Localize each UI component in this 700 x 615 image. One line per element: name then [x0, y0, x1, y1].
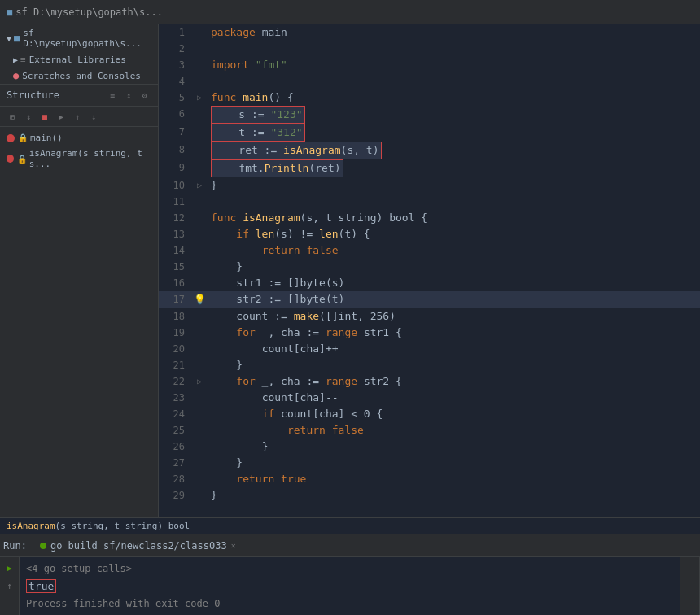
line-content: t := "312" [208, 124, 700, 142]
warning-icon: 💡 [194, 294, 206, 305]
run-scroll-up-btn[interactable]: ↑ [2, 578, 17, 593]
struct-item-isanagram[interactable]: 🔒 isAnagram(s string, t s... [0, 146, 158, 172]
line-gutter: ▷ [191, 89, 208, 106]
navigate-btn[interactable]: ▶ [54, 109, 68, 124]
line-number: 28 [159, 471, 191, 487]
structure-header: Structure ≡ ↕ ⚙ [0, 85, 158, 107]
run-tab-label: go build sf/newclass2/class033 [50, 540, 227, 552]
bottom-panel: Run: go build sf/newclass2/class033 ✕ ▶ … [0, 534, 700, 615]
line-gutter [191, 242, 208, 259]
run-left-tools: ▶ ↑ [0, 557, 20, 615]
sort-icon[interactable]: ≡ [106, 89, 119, 102]
line-gutter [191, 159, 208, 177]
line-number: 13 [159, 226, 191, 242]
folder-icon: ■ [14, 33, 20, 44]
line-number: 29 [159, 487, 191, 504]
line-number: 7 [159, 124, 191, 142]
line-content: } [208, 357, 700, 373]
sidebar-item-scratches[interactable]: ● Scratches and Consoles [0, 68, 158, 84]
run-tab-close-btn[interactable]: ✕ [231, 541, 236, 550]
exit-message: Process finished with exit code 0 [26, 598, 674, 609]
line-gutter [191, 210, 208, 226]
run-status-dot [40, 543, 46, 549]
settings-icon[interactable]: ⚙ [138, 89, 151, 102]
output-true-value: true [26, 579, 56, 593]
line-gutter [191, 73, 208, 89]
line-content: } [208, 487, 700, 504]
line-content: func isAnagram(s, t string) bool { [208, 210, 700, 226]
line-number: 27 [159, 455, 191, 471]
chevron-right-icon: ▶ [13, 55, 18, 64]
stop-btn[interactable]: ■ [37, 109, 52, 124]
down-btn[interactable]: ↓ [86, 109, 101, 124]
line-content [208, 194, 700, 210]
line-number: 12 [159, 210, 191, 226]
line-gutter [191, 259, 208, 275]
run-label: Run: [3, 540, 27, 552]
line-content: return true [208, 471, 700, 487]
struct-isanagram-label: isAnagram(s string, t s... [29, 148, 151, 169]
line-number: 18 [159, 308, 191, 325]
run-play-btn[interactable]: ▶ [2, 560, 17, 575]
sidebar-item-external-libraries[interactable]: ▶ ≡ External Libraries [0, 52, 158, 68]
line-gutter: 💡 [191, 291, 208, 308]
fold-icon[interactable]: ▷ [197, 377, 202, 386]
library-icon: ≡ [20, 55, 26, 65]
line-gutter [191, 341, 208, 357]
line-content: } [208, 259, 700, 275]
line-gutter: ▷ [191, 373, 208, 390]
up-btn[interactable]: ↑ [70, 109, 85, 124]
line-number: 10 [159, 177, 191, 194]
line-gutter [191, 194, 208, 210]
fold-icon[interactable]: ▷ [197, 93, 202, 102]
line-gutter: ▷ [191, 177, 208, 194]
sort-alpha-icon[interactable]: ↕ [122, 89, 135, 102]
project-path-icon: ■ [7, 7, 12, 18]
line-gutter [191, 438, 208, 455]
line-gutter [191, 422, 208, 438]
line-content: for _, cha := range str2 { [208, 373, 700, 390]
scratches-icon: ● [13, 70, 19, 81]
line-number: 5 [159, 89, 191, 106]
structure-toolbar-icons: ≡ ↕ ⚙ [106, 89, 151, 102]
line-content: return false [208, 242, 700, 259]
fold-icon[interactable]: ▷ [197, 181, 202, 190]
line-number: 14 [159, 242, 191, 259]
line-gutter [191, 275, 208, 291]
main-layout: ▼ ■ sf D:\mysetup\gopath\s... ▶ ≡ Extern… [0, 24, 700, 517]
sidebar: ▼ ■ sf D:\mysetup\gopath\s... ▶ ≡ Extern… [0, 24, 159, 517]
struct-main-label: main() [30, 133, 63, 143]
run-content: ▶ ↑ <4 go setup calls> true Process fini… [0, 557, 700, 615]
line-content: ret := isAnagram(s, t) [208, 142, 700, 159]
line-gutter [191, 308, 208, 325]
line-number: 21 [159, 357, 191, 373]
line-gutter [191, 406, 208, 422]
line-number: 20 [159, 341, 191, 357]
structure-items: 🔒 main() 🔒 isAnagram(s string, t s... [0, 127, 158, 175]
line-number: 16 [159, 275, 191, 291]
red-dot-icon [7, 134, 15, 142]
structure-action-toolbar: ⊞ ↕ ■ ▶ ↑ ↓ [0, 107, 158, 127]
line-number: 24 [159, 406, 191, 422]
line-content: for _, cha := range str1 { [208, 325, 700, 341]
selected-line-highlight: ret := isAnagram(s, t) [211, 142, 382, 159]
selected-line-highlight: t := "312" [211, 124, 305, 142]
selected-line-highlight: s := "123" [211, 106, 305, 124]
lock-small-icon-2: 🔒 [17, 155, 27, 164]
line-gutter [191, 41, 208, 57]
line-content: return false [208, 422, 700, 438]
line-gutter [191, 57, 208, 73]
line-content: package main [208, 24, 700, 41]
line-number: 4 [159, 73, 191, 89]
sidebar-project[interactable]: ▼ ■ sf D:\mysetup\gopath\s... [0, 24, 158, 52]
line-gutter [191, 487, 208, 504]
run-tab[interactable]: go build sf/newclass2/class033 ✕ [33, 538, 243, 554]
code-scroll[interactable]: 1package main23import "fmt"45▷func main(… [159, 24, 700, 517]
line-content: count[cha]-- [208, 390, 700, 406]
line-number: 11 [159, 194, 191, 210]
expand-all-btn[interactable]: ⊞ [5, 109, 20, 124]
sort-btn[interactable]: ↕ [21, 109, 36, 124]
line-gutter [191, 455, 208, 471]
selected-line-highlight: fmt.Println(ret) [211, 159, 343, 177]
struct-item-main[interactable]: 🔒 main() [0, 130, 158, 146]
